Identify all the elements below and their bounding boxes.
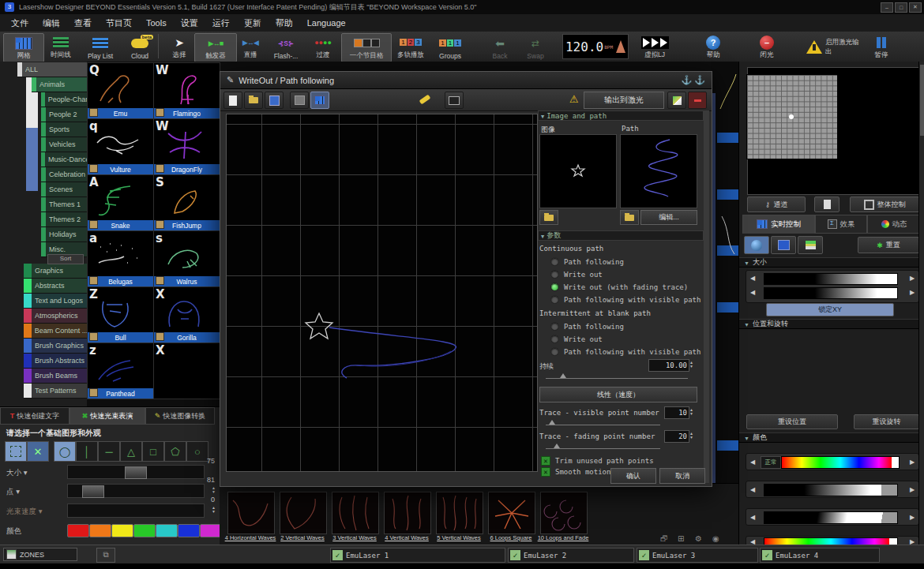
window-icon[interactable]: 🗗: [660, 534, 668, 543]
slider-left-arrow[interactable]: ◀: [746, 456, 759, 467]
sequence-thumbnail[interactable]: [280, 492, 327, 534]
shape-triangle[interactable]: △: [120, 441, 142, 462]
slider-left-arrow[interactable]: ◀: [746, 273, 759, 283]
trigger-button[interactable]: ▶↔■ 触发器: [194, 33, 237, 62]
sidebar-item[interactable]: Holidays: [41, 227, 87, 242]
gallery-item-empty[interactable]: X: [153, 343, 220, 399]
sidebar-item[interactable]: Abstracts: [24, 279, 87, 294]
trace-fading-spinbox[interactable]: 20: [664, 430, 689, 443]
shape-x[interactable]: ✕: [27, 441, 49, 462]
shape-vline[interactable]: │: [76, 441, 98, 462]
size-slider-thumb[interactable]: [125, 466, 147, 479]
reset-position-button[interactable]: 重设位置: [746, 414, 838, 429]
laser-tab-2[interactable]: EmuLaser 2: [508, 548, 634, 563]
shape-hline[interactable]: ─: [98, 441, 120, 462]
params-header[interactable]: 参数: [538, 230, 704, 241]
menu-settings[interactable]: 设置: [181, 17, 198, 29]
sidebar-item[interactable]: People 2: [41, 107, 87, 122]
spinner-arrows-icon[interactable]: [688, 359, 695, 370]
gallery-item-walrus[interactable]: s Walrus: [153, 230, 220, 287]
sequence-thumbnail[interactable]: [540, 492, 588, 534]
slider-right-arrow[interactable]: ▶: [906, 484, 918, 495]
radio-int-path-following[interactable]: Path following: [550, 322, 624, 331]
world-mode-button[interactable]: [744, 236, 769, 254]
channel-button[interactable]: ⚷通道: [747, 197, 806, 212]
menu-tools[interactable]: Tools: [146, 18, 167, 28]
sidebar-item[interactable]: Themes 2: [41, 212, 87, 227]
menu-edit[interactable]: 编辑: [43, 17, 60, 29]
gallery-item-vulture[interactable]: q Vulture: [87, 118, 154, 175]
shape-circle[interactable]: ◯: [54, 441, 76, 462]
color-swatch[interactable]: [156, 524, 178, 537]
laser-tab-4[interactable]: EmuLaser 4: [760, 548, 880, 563]
menu-page[interactable]: 节目页: [106, 17, 132, 29]
spinner-arrows-icon[interactable]: [210, 504, 217, 515]
display-icon[interactable]: [445, 92, 464, 109]
slider-right-arrow[interactable]: ▶: [906, 273, 918, 283]
zone-settings-icon[interactable]: ⧉: [96, 548, 115, 563]
tab-quick-capture[interactable]: ✎快速图像转换: [145, 407, 215, 425]
reset-button[interactable]: ✱重置: [858, 237, 919, 253]
zones-button[interactable]: ZONES: [3, 548, 77, 561]
color-swatch[interactable]: [67, 524, 89, 537]
brush-icon[interactable]: [416, 92, 434, 107]
trace-visible-slider[interactable]: [546, 425, 660, 425]
radio-path-following[interactable]: Path following: [550, 257, 624, 266]
select-tool-button[interactable]: ➤ 选择: [161, 33, 197, 61]
spinner-arrows-icon[interactable]: [688, 406, 695, 417]
beam-speed-track[interactable]: [67, 503, 205, 518]
sidebar-item[interactable]: Graphics: [24, 264, 87, 279]
color-hue-slider[interactable]: [781, 456, 900, 469]
points-slider-thumb[interactable]: [82, 485, 104, 498]
multitrack-button[interactable]: 123 多轨播放: [389, 33, 433, 61]
shape-square[interactable]: □: [142, 441, 164, 462]
sequence-thumbnail[interactable]: [488, 492, 535, 534]
sidebar-item[interactable]: Test Patterns: [24, 384, 87, 399]
sequence-thumbnail[interactable]: [436, 492, 483, 534]
sidebar-item-animals[interactable]: Animals: [32, 77, 87, 92]
trace-visible-spinbox[interactable]: 10: [664, 406, 689, 419]
path-edit-button[interactable]: 编辑...: [640, 210, 697, 225]
trace-visible-thumb[interactable]: [549, 420, 555, 425]
dialog-canvas[interactable]: [226, 114, 538, 472]
duration-spinbox[interactable]: 10.00: [648, 359, 689, 372]
tab-quick-text[interactable]: T快速创建文字: [0, 407, 69, 425]
color-section-header[interactable]: 颜色: [739, 432, 924, 443]
remove-icon[interactable]: [688, 92, 707, 109]
gallery-item-emu[interactable]: Q Emu: [87, 62, 154, 119]
sidebar-item-all[interactable]: ALL: [17, 62, 87, 77]
save-icon[interactable]: [265, 92, 284, 109]
menu-view[interactable]: 查看: [74, 17, 92, 29]
sidebar-item[interactable]: Celebration: [41, 167, 87, 182]
playlist-button[interactable]: Play List: [77, 33, 123, 61]
frame-mode-button[interactable]: [771, 236, 796, 254]
radio-int-path-visible[interactable]: Path following with visible path: [550, 347, 701, 356]
sidebar-item[interactable]: Atmospherics: [24, 309, 87, 324]
slider-left-arrow[interactable]: ◀: [746, 287, 759, 298]
linear-speed-button[interactable]: 线性（速度）: [539, 387, 697, 402]
sequence-thumbnail[interactable]: [384, 492, 431, 534]
image-path-header[interactable]: Image and path: [538, 110, 704, 121]
sequence-thumbnail[interactable]: [227, 492, 275, 534]
swap-button[interactable]: ⇄ Swap: [517, 33, 554, 61]
gallery-item-fishjump[interactable]: S FishJump: [153, 174, 220, 231]
cloud-button[interactable]: beta Cloud: [120, 33, 160, 61]
layers-mode-button[interactable]: [798, 236, 823, 254]
sidebar-item[interactable]: Text and Logos: [24, 294, 87, 309]
gallery-item-dragonfly[interactable]: W DragonFly: [153, 118, 220, 175]
timeline-button[interactable]: 时间线: [41, 33, 81, 61]
spinner-arrows-icon[interactable]: [688, 430, 695, 441]
path-folder-button[interactable]: [620, 210, 639, 225]
slider-left-arrow[interactable]: ◀: [746, 484, 759, 495]
sidebar-item[interactable]: Music-Dancers: [41, 152, 87, 167]
tab-effects[interactable]: Σ效果: [815, 215, 867, 234]
position-pad[interactable]: [746, 74, 838, 159]
image-folder-button[interactable]: [539, 210, 558, 225]
pause-button[interactable]: 暂停: [863, 33, 900, 61]
live-button[interactable]: ▶↔◀ 直播: [232, 33, 269, 61]
sidebar-item[interactable]: People-Chara...: [41, 92, 87, 107]
gallery-item-panthead[interactable]: z Panthead: [87, 343, 154, 399]
points-slider-track[interactable]: [67, 484, 205, 498]
color-swatch[interactable]: [178, 524, 200, 537]
gallery-item-flamingo[interactable]: W Flamingo: [153, 62, 220, 119]
